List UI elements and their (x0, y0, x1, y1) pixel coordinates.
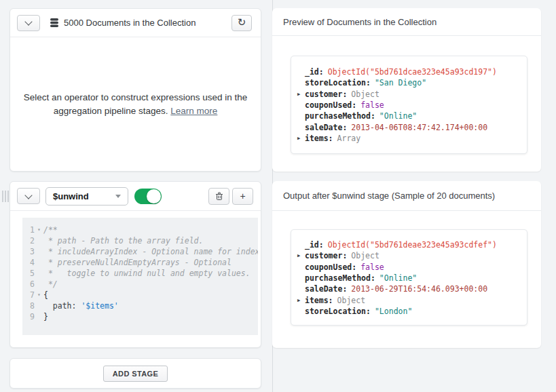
stage-collapse-toggle-button[interactable] (17, 188, 40, 204)
add-stage-after-button[interactable]: + (232, 188, 253, 205)
expand-arrow-icon[interactable]: ▶ (297, 92, 305, 97)
field-value: Object (337, 296, 366, 305)
code-text: * path - Path to the array field. (43, 235, 203, 246)
expand-arrow-icon[interactable]: ▶ (297, 298, 305, 303)
field-value: 2013-06-29T16:54:46.093+00:00 (351, 284, 487, 294)
stage-card: $unwind + (10, 181, 261, 348)
document-card: _id:ObjectId("5bd761deae323e45a93cdfef")… (291, 229, 527, 326)
fold-caret-icon[interactable]: ▾ (35, 224, 43, 235)
line-number: 5 (22, 268, 35, 279)
document-field-row: _id:ObjectId("5bd761dcae323e45a93cd197") (291, 66, 527, 77)
chevron-down-icon (24, 191, 32, 199)
document-field-row: purchaseMethod:"Online" (291, 111, 527, 121)
document-field-row: ▶customer:Object (291, 250, 527, 261)
preview-panel-title: Preview of Documents in the Collection (283, 17, 437, 27)
line-number: 7 (22, 290, 35, 300)
field-name: couponUsed: (305, 262, 356, 272)
document-output: _id:ObjectId("5bd761deae323e45a93cdfef")… (291, 239, 527, 317)
document-preview: _id:ObjectId("5bd761dcae323e45a93cd197")… (291, 66, 527, 144)
operator-hint-body: Select an operator to construct expressi… (10, 37, 261, 171)
field-name: couponUsed: (305, 100, 356, 110)
field-value: Object (351, 251, 379, 260)
toggle-knob (147, 189, 161, 203)
collection-card-header: 5000 Documents in the Collection ↻ (10, 9, 261, 37)
field-name: items: (305, 134, 333, 143)
collection-count-label: 5000 Documents in the Collection (64, 18, 196, 28)
line-number: 9 (22, 311, 35, 322)
collection-card: 5000 Documents in the Collection ↻ Selec… (10, 8, 261, 172)
fold-spacer (35, 311, 43, 322)
code-text: * preserveNullAndEmptyArrays - Optional (43, 257, 231, 268)
field-name: items: (305, 296, 333, 305)
field-value: "Online" (379, 111, 417, 121)
plus-icon: + (240, 191, 245, 201)
field-name: storeLocation: (305, 307, 371, 316)
line-number: 1 (22, 224, 35, 235)
field-value: "Online" (379, 273, 417, 283)
code-text: path: '$items' (43, 300, 119, 311)
line-number: 4 (22, 257, 35, 268)
document-field-row: purchaseMethod:"Online" (291, 273, 527, 283)
code-text: */ (43, 279, 58, 290)
field-value: ObjectId("5bd761deae323e45a93cdfef") (328, 240, 497, 250)
stage-editor[interactable]: 1▾/**2 * path - Path to the array field.… (22, 218, 258, 335)
document-field-row: ▶items:Array (291, 133, 527, 144)
chevron-down-icon (24, 18, 32, 25)
learn-more-link[interactable]: Learn more (170, 106, 217, 116)
line-number: 2 (22, 235, 35, 246)
field-value: Object (351, 90, 379, 99)
field-name: saleDate: (305, 284, 347, 294)
stage-enabled-toggle[interactable] (134, 189, 162, 204)
code-line: 4 * preserveNullAndEmptyArrays - Optiona… (22, 257, 258, 268)
document-card: _id:ObjectId("5bd761dcae323e45a93cd197")… (291, 56, 527, 154)
fold-spacer (35, 235, 43, 246)
expand-arrow-icon[interactable]: ▶ (297, 253, 305, 258)
code-line: 5 * toggle to unwind null and empty valu… (22, 268, 258, 279)
code-text: } (43, 311, 48, 322)
document-field-row: saleDate:2013-04-06T08:47:42.174+00:00 (291, 121, 527, 132)
expand-arrow-icon[interactable]: ▶ (297, 136, 305, 141)
document-field-row: _id:ObjectId("5bd761deae323e45a93cdfef") (291, 239, 527, 250)
delete-stage-button[interactable] (208, 188, 229, 205)
field-name: purchaseMethod: (305, 111, 375, 121)
line-number: 3 (22, 246, 35, 257)
field-name: saleDate: (305, 123, 347, 132)
collapse-toggle-button[interactable] (17, 15, 40, 31)
field-value: "San Diego" (375, 78, 426, 87)
output-panel: Output after $unwind stage (Sample of 20… (272, 181, 541, 348)
aggregation-pipeline-builder: 5000 Documents in the Collection ↻ Selec… (0, 0, 556, 392)
fold-spacer (35, 246, 43, 257)
field-value: false (360, 100, 384, 110)
drag-handle-icon[interactable] (2, 191, 9, 202)
preview-panel-header: Preview of Documents in the Collection (272, 8, 541, 36)
code-text: * toggle to unwind null and empty values… (43, 268, 251, 279)
trash-icon (215, 192, 223, 201)
refresh-icon: ↻ (238, 17, 246, 27)
field-name: purchaseMethod: (305, 273, 375, 283)
code-line: 9} (22, 311, 258, 322)
field-value: "London" (375, 307, 412, 316)
code-line: 6 */ (22, 279, 258, 290)
refresh-button[interactable]: ↻ (231, 15, 252, 31)
code-line: 8 path: '$items' (22, 300, 258, 311)
add-stage-card: ADD STAGE (10, 358, 261, 389)
field-name: customer: (305, 90, 347, 99)
line-number: 8 (22, 300, 35, 311)
preview-panel: Preview of Documents in the Collection _… (272, 8, 541, 172)
field-name: storeLocation: (305, 78, 371, 87)
document-field-row: couponUsed:false (291, 262, 527, 273)
fold-spacer (35, 300, 43, 311)
field-value: false (360, 262, 384, 272)
document-field-row: saleDate:2013-06-29T16:54:46.093+00:00 (291, 283, 527, 294)
field-value: ObjectId("5bd761dcae323e45a93cd197") (328, 67, 497, 77)
fold-caret-icon[interactable]: ▾ (35, 290, 43, 300)
code-text: /** (43, 224, 58, 235)
document-field-row: ▶customer:Object (291, 89, 527, 100)
field-name: customer: (305, 251, 347, 260)
stage-operator-select[interactable]: $unwind (45, 187, 128, 205)
code-line: 2 * path - Path to the array field. (22, 235, 258, 246)
add-stage-button[interactable]: ADD STAGE (103, 366, 168, 382)
document-field-row: couponUsed:false (291, 100, 527, 111)
field-value: 2013-04-06T08:47:42.174+00:00 (351, 123, 487, 132)
document-field-row: storeLocation:"San Diego" (291, 77, 527, 88)
